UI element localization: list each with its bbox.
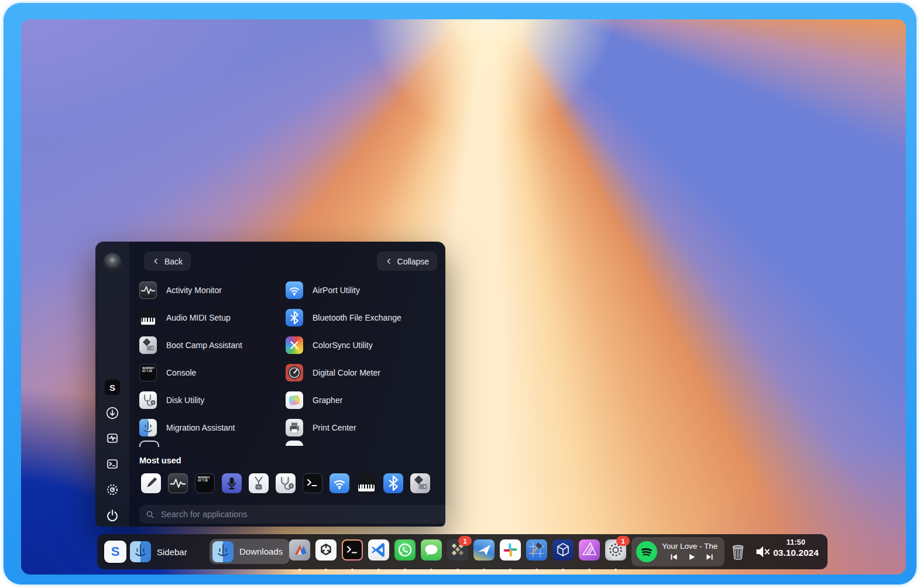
activity-monitor-icon[interactable] <box>105 431 120 446</box>
track-title: Your Love - The <box>662 542 721 552</box>
dock-origami-app[interactable] <box>289 539 310 561</box>
system-information-icon[interactable] <box>249 473 269 493</box>
settings-gear-icon[interactable] <box>105 482 120 497</box>
audio-midi-setup-icon[interactable] <box>356 473 376 493</box>
app-column-left: Activity Monitor Audio MIDI Setup Boot C… <box>139 281 280 446</box>
bluetooth-file-exchange-icon[interactable] <box>383 473 403 493</box>
dock-vscode[interactable] <box>368 539 389 561</box>
app-label: Migration Assistant <box>166 423 235 432</box>
application-search <box>139 505 452 524</box>
boot-camp-assistant-app-icon <box>139 336 157 354</box>
running-indicator <box>456 569 459 571</box>
finder-sidebar-button[interactable]: Sidebar <box>130 541 187 562</box>
print-center-app-icon <box>286 419 303 436</box>
app-label: Grapher <box>313 396 342 405</box>
migration-assistant-app-icon <box>139 419 157 436</box>
running-indicator <box>483 569 485 571</box>
app-label: Console <box>166 368 196 377</box>
previous-track-icon[interactable] <box>670 553 678 561</box>
chevron-left-icon <box>152 257 160 265</box>
downloads-button[interactable]: Downloads <box>210 539 290 564</box>
notification-badge: 1 <box>458 536 472 546</box>
dock-spark-mail[interactable] <box>473 539 495 561</box>
grapher-app-icon <box>286 391 303 409</box>
console-icon[interactable]: WARNDYKF 7:36 <box>195 473 215 493</box>
chevron-left-icon <box>385 257 393 265</box>
play-icon[interactable] <box>688 553 696 561</box>
app-row-activity-monitor[interactable]: Activity Monitor <box>139 281 280 299</box>
partially-visible-app-icon <box>286 441 303 446</box>
dock-whatsapp[interactable] <box>394 539 416 561</box>
app-label: AirPort Utility <box>313 286 360 295</box>
app-row-airport-utility[interactable]: AirPort Utility <box>286 281 426 299</box>
app-row-colorsync-utility[interactable]: ColorSync Utility <box>286 336 426 354</box>
app-column-right: AirPort Utility Bluetooth File Exchange … <box>286 281 426 446</box>
running-indicator <box>404 569 406 571</box>
terminal-icon[interactable] <box>105 456 120 472</box>
dock-cube-3d-app[interactable] <box>552 539 574 561</box>
audio-midi-setup-app-icon <box>139 309 157 326</box>
digital-color-meter-app-icon <box>286 364 303 381</box>
running-indicator <box>535 569 538 571</box>
app-row-audio-midi-setup[interactable]: Audio MIDI Setup <box>139 309 280 326</box>
bluetooth-file-exchange-app-icon <box>286 309 303 326</box>
app-row-bluetooth-file-exchange[interactable]: Bluetooth File Exchange <box>286 309 426 326</box>
clock[interactable]: 11:50 03.10.2024 <box>769 538 823 558</box>
app-label: Print Center <box>313 423 356 432</box>
colorsync-utility-app-icon <box>286 336 303 354</box>
dock-slack[interactable] <box>500 539 521 561</box>
activity-monitor-app-icon <box>139 281 157 299</box>
pen-document-icon[interactable] <box>141 473 161 493</box>
app-row-migration-assistant[interactable]: Migration Assistant <box>139 419 280 436</box>
user-avatar[interactable] <box>104 253 121 271</box>
app-label: Digital Color Meter <box>313 368 380 377</box>
playback-controls <box>662 553 721 561</box>
app-row-grapher[interactable]: Grapher <box>286 391 426 409</box>
sidebar-logo-icon[interactable]: S <box>105 380 120 395</box>
time: 11:50 <box>769 538 823 546</box>
airport-utility-icon[interactable] <box>329 473 349 493</box>
disk-utility-icon[interactable] <box>276 473 296 493</box>
app-label: Audio MIDI Setup <box>166 313 231 322</box>
back-button[interactable]: Back <box>144 252 191 271</box>
app-label: ColorSync Utility <box>313 341 373 350</box>
dock-affinity-photo[interactable] <box>579 539 600 561</box>
next-track-icon[interactable] <box>705 553 714 561</box>
app-row-console[interactable]: WARNDYKF 7:36 Console <box>139 364 280 381</box>
running-indicator <box>615 569 617 571</box>
collapse-button[interactable]: Collapse <box>377 252 437 271</box>
dock-system-settings[interactable]: 1 <box>605 539 626 561</box>
app-row-disk-utility[interactable]: Disk Utility <box>139 391 280 409</box>
search-input[interactable] <box>160 509 446 520</box>
downloads-icon[interactable] <box>105 405 120 421</box>
running-indicator <box>562 569 564 571</box>
sidebar-app-button[interactable]: S <box>104 541 126 563</box>
dock-chatgpt[interactable] <box>315 539 337 561</box>
app-row-boot-camp-assistant[interactable]: Boot Camp Assistant <box>139 336 280 354</box>
voice-recorder-icon[interactable] <box>222 473 242 493</box>
app-row-digital-color-meter[interactable]: Digital Color Meter <box>286 364 426 381</box>
terminal-icon[interactable] <box>303 473 322 493</box>
dock-terminal[interactable] <box>342 539 363 561</box>
boot-camp-assistant-icon[interactable] <box>410 473 430 493</box>
activity-monitor-icon[interactable] <box>168 473 188 493</box>
notification-badge: 1 <box>616 536 630 546</box>
running-indicator <box>509 569 512 571</box>
trash-icon[interactable] <box>728 541 748 562</box>
dock-tiles-app[interactable]: 1 <box>447 539 468 561</box>
dock-xcode[interactable] <box>526 539 547 561</box>
dock-messages[interactable] <box>421 539 442 561</box>
finder-icon <box>212 541 234 562</box>
launcher-panel: S Back <box>95 242 445 527</box>
sidebar-logo-letter: S <box>109 383 115 393</box>
app-row-print-center[interactable]: Print Center <box>286 419 426 436</box>
spotify-icon[interactable] <box>636 541 657 562</box>
app-label: Disk Utility <box>166 396 204 405</box>
desktop-wallpaper[interactable]: S Back <box>21 19 906 575</box>
running-indicator <box>298 569 301 571</box>
screen-frame: S Back <box>4 3 916 584</box>
power-icon[interactable] <box>105 508 120 523</box>
partially-visible-app-icon <box>139 441 159 447</box>
sidebar-label: Sidebar <box>157 547 187 557</box>
finder-icon <box>130 541 151 562</box>
